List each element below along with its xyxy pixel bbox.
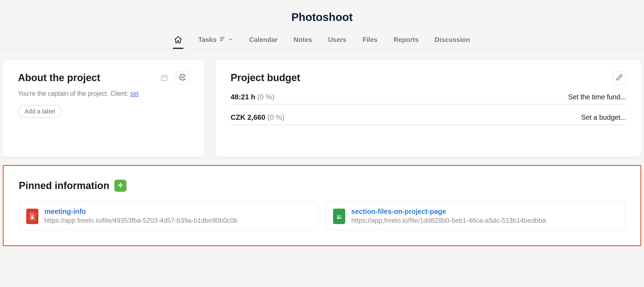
tab-label: Discussion xyxy=(435,36,470,44)
pinned-item-name: section-files-on-project-page xyxy=(351,208,546,216)
pinned-section: Pinned information meeting-info https://… xyxy=(3,165,641,246)
about-caption: You're the captain of the project. Clien… xyxy=(18,90,189,97)
plus-icon xyxy=(117,182,124,190)
pinned-item-url: https://app.freelo.io/file/49353fba-5203… xyxy=(44,217,237,224)
settings-button[interactable] xyxy=(176,71,189,84)
svg-point-7 xyxy=(182,76,184,78)
set-time-fund-link[interactable]: Set the time fund... xyxy=(568,93,626,101)
pinned-title: Pinned information xyxy=(19,180,109,192)
budget-value: 48:21 h xyxy=(231,93,255,101)
edit-budget-button[interactable] xyxy=(613,71,626,84)
about-title: About the project xyxy=(18,72,100,84)
list-icon xyxy=(219,36,225,44)
tab-label: Calendar xyxy=(249,36,278,44)
tab-files[interactable]: Files xyxy=(361,32,379,49)
pinned-item[interactable]: section-files-on-project-page https://ap… xyxy=(326,202,625,230)
budget-card: Project budget 48:21 h (0 %) Set the tim… xyxy=(215,60,641,157)
set-client-link[interactable]: set xyxy=(130,90,139,97)
pinned-item-url: https://app.freelo.io/file/1dd828b0-6eb1… xyxy=(351,217,546,224)
tab-label: Notes xyxy=(294,36,312,44)
budget-title: Project budget xyxy=(231,72,300,84)
tabs: Tasks Calendar Notes Users Files Reports… xyxy=(0,32,644,49)
page-title: Photoshoot xyxy=(0,11,644,23)
about-card: About the project You're the captain of … xyxy=(3,60,204,157)
gear-icon xyxy=(179,74,186,82)
budget-row-money: CZK 2,660 (0 %) Set a budget... xyxy=(231,113,626,125)
tab-label: Files xyxy=(362,36,378,44)
tab-reports[interactable]: Reports xyxy=(392,32,420,49)
add-pinned-button[interactable] xyxy=(114,180,126,192)
pencil-icon xyxy=(616,74,623,82)
svg-point-11 xyxy=(338,216,339,216)
tab-tasks[interactable]: Tasks xyxy=(197,32,234,49)
image-file-icon xyxy=(333,209,345,224)
tab-home[interactable] xyxy=(173,32,183,49)
budget-pct: (0 %) xyxy=(267,113,284,121)
tab-label: Tasks xyxy=(198,36,217,44)
chevron-down-icon xyxy=(228,36,233,44)
svg-rect-3 xyxy=(162,76,167,81)
tab-label: Users xyxy=(328,36,347,44)
budget-pct: (0 %) xyxy=(257,93,275,101)
pinned-item[interactable]: meeting-info https://app.freelo.io/file/… xyxy=(19,202,318,230)
tab-discussion[interactable]: Discussion xyxy=(434,32,471,49)
tab-label: Reports xyxy=(394,36,419,44)
pinned-item-name: meeting-info xyxy=(44,208,237,216)
home-icon xyxy=(174,36,182,44)
tab-notes[interactable]: Notes xyxy=(292,32,313,49)
add-label-button[interactable]: Add a label xyxy=(18,105,62,118)
calendar-icon[interactable] xyxy=(158,71,171,84)
tab-users[interactable]: Users xyxy=(327,32,348,49)
budget-row-time: 48:21 h (0 %) Set the time fund... xyxy=(231,93,626,105)
set-budget-link[interactable]: Set a budget... xyxy=(581,113,626,121)
budget-value: CZK 2,660 xyxy=(231,113,265,121)
pdf-file-icon xyxy=(26,209,38,224)
tab-calendar[interactable]: Calendar xyxy=(248,32,279,49)
